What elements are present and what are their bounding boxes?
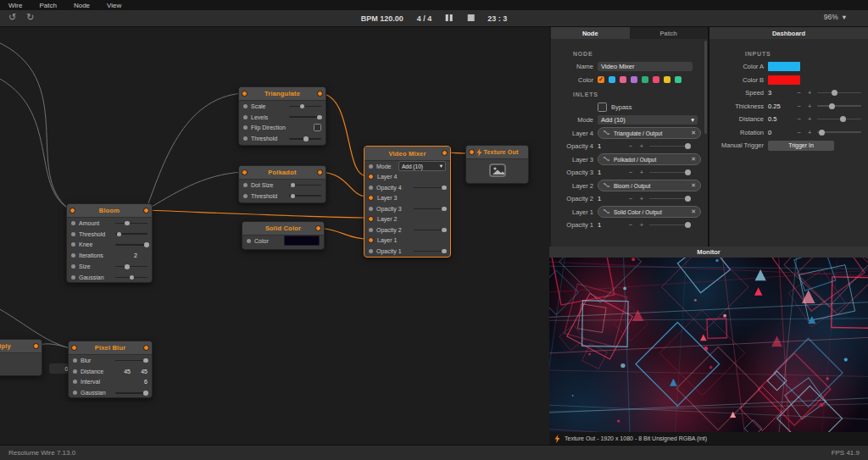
rotation-value[interactable]: 0 [768, 129, 792, 136]
opacity-slider[interactable] [414, 248, 446, 254]
wire-left-bloom-1[interactable] [0, 41, 70, 209]
opacity-slider[interactable] [649, 142, 688, 150]
inlet-port[interactable] [469, 149, 475, 155]
value-field[interactable]: 2 [134, 252, 137, 258]
inlet-port[interactable] [243, 194, 248, 198]
color-swatch-orange[interactable]: ✓ [598, 76, 604, 83]
increment-button[interactable]: + [807, 103, 813, 110]
menu-view[interactable]: View [107, 2, 121, 9]
zoom-level[interactable]: 96% [824, 13, 838, 21]
color-swatch-purple[interactable] [631, 76, 637, 83]
rotation-slider[interactable] [817, 129, 861, 136]
inlet-port-connected[interactable] [368, 216, 374, 222]
wire-bloom-polkadot[interactable] [146, 172, 242, 210]
wire-polkadot-layer3[interactable] [320, 172, 367, 197]
panel-scrollbar[interactable] [704, 41, 707, 134]
inlet-port-connected[interactable] [368, 195, 374, 201]
undo-icon[interactable]: ↺ [8, 12, 16, 23]
outlet-port[interactable] [317, 91, 323, 97]
node-solid-color[interactable]: Solid Color Color [242, 221, 325, 250]
opacity-slider[interactable] [649, 169, 688, 176]
opacity-value[interactable]: 1 [598, 142, 623, 150]
connection-pill[interactable]: Triangulate / Output ✕ [598, 127, 701, 139]
disconnect-icon[interactable]: ✕ [691, 130, 696, 136]
wire-triangulate-layer4[interactable] [320, 93, 367, 176]
gaussian-slider[interactable] [115, 390, 147, 396]
menu-node[interactable]: Node [74, 2, 90, 9]
color-swatch-green[interactable] [642, 76, 648, 83]
knee-slider[interactable] [115, 241, 147, 247]
value-field[interactable]: 6 [134, 379, 147, 385]
opacity-value[interactable]: 1 [598, 169, 623, 176]
mode-dropdown[interactable]: Add (10)▾ [598, 115, 698, 125]
increment-button[interactable]: + [807, 129, 813, 136]
distance-value[interactable]: 0.5 [768, 115, 792, 123]
threshold-slider[interactable] [115, 231, 147, 237]
thickness-value[interactable]: 0.25 [768, 103, 792, 110]
dot-size-slider[interactable] [289, 182, 321, 188]
inlet-port[interactable] [71, 221, 75, 225]
opacity-value[interactable]: 1 [598, 195, 623, 202]
value-field[interactable]: 45 [134, 369, 147, 374]
node-polkadot[interactable]: Polkadot Dot Size Threshold [238, 165, 326, 203]
outlet-port[interactable] [33, 343, 39, 349]
inlet-port[interactable] [71, 264, 75, 269]
color-swatch[interactable] [284, 236, 320, 246]
inlet-port-connected[interactable] [368, 237, 374, 243]
decrement-button[interactable]: − [796, 103, 802, 110]
connection-pill[interactable]: Bloom / Output ✕ [598, 180, 701, 191]
threshold-slider[interactable] [289, 193, 321, 199]
wire-solidcolor-layer1[interactable] [318, 228, 367, 239]
inlet-port-connected[interactable] [368, 174, 374, 180]
outlet-port[interactable] [442, 150, 448, 156]
value-field[interactable]: 45 [124, 369, 131, 374]
chevron-down-icon[interactable]: ▾ [843, 13, 846, 21]
outlet-port[interactable] [315, 225, 321, 231]
amount-slider[interactable] [115, 220, 147, 226]
color-swatch-teal[interactable] [675, 76, 682, 83]
mode-dropdown[interactable]: Add (10)▾ [398, 161, 446, 171]
levels-slider[interactable] [289, 114, 321, 120]
disconnect-icon[interactable]: ✕ [691, 182, 696, 189]
inlet-port[interactable] [369, 228, 373, 232]
outlet-port[interactable] [143, 345, 149, 351]
color-swatch-blue[interactable] [609, 76, 615, 83]
decrement-button[interactable]: − [796, 89, 802, 97]
bpm-display[interactable]: BPM 120.00 [361, 14, 403, 23]
inlet-port[interactable] [71, 275, 75, 280]
redo-icon[interactable]: ↻ [26, 12, 34, 23]
zoom-control[interactable]: 96% ▾ [824, 13, 846, 21]
increment-button[interactable]: + [638, 169, 645, 176]
increment-button[interactable]: + [807, 115, 813, 123]
opacity-slider[interactable] [414, 185, 446, 191]
flip-direction-checkbox[interactable] [314, 124, 321, 131]
inlet-port[interactable] [243, 183, 248, 187]
connection-pill[interactable]: Polkadot / Output ✕ [598, 153, 701, 165]
wire-bloom-layer2[interactable] [146, 210, 367, 218]
color-swatch-yellow[interactable] [664, 76, 670, 83]
wire-bloom-triangulate[interactable] [146, 93, 242, 210]
size-slider[interactable] [115, 263, 147, 269]
inlet-port[interactable] [369, 207, 373, 211]
inlet-port[interactable] [242, 169, 248, 175]
bypass-checkbox[interactable] [598, 103, 607, 112]
gaussian-slider[interactable] [115, 274, 147, 280]
color-swatch-pink[interactable] [620, 76, 626, 83]
inlet-port[interactable] [71, 345, 77, 351]
inlet-port[interactable] [242, 91, 248, 97]
thickness-slider[interactable] [817, 103, 861, 110]
disconnect-icon[interactable]: ✕ [691, 156, 696, 163]
inlet-port[interactable] [369, 186, 373, 190]
opacity-slider[interactable] [414, 206, 446, 212]
pause-icon[interactable] [445, 14, 453, 23]
trigger-in-button[interactable]: Trigger In [768, 141, 834, 151]
inlet-port[interactable] [71, 242, 75, 247]
outlet-port[interactable] [143, 208, 149, 213]
inlet-port[interactable] [71, 232, 75, 236]
decrement-button[interactable]: − [627, 195, 634, 202]
speed-value[interactable]: 3 [768, 89, 792, 97]
distance-slider[interactable] [817, 115, 861, 123]
color-b-swatch[interactable] [768, 75, 800, 85]
inlet-port[interactable] [243, 125, 248, 130]
increment-button[interactable]: + [807, 89, 813, 97]
